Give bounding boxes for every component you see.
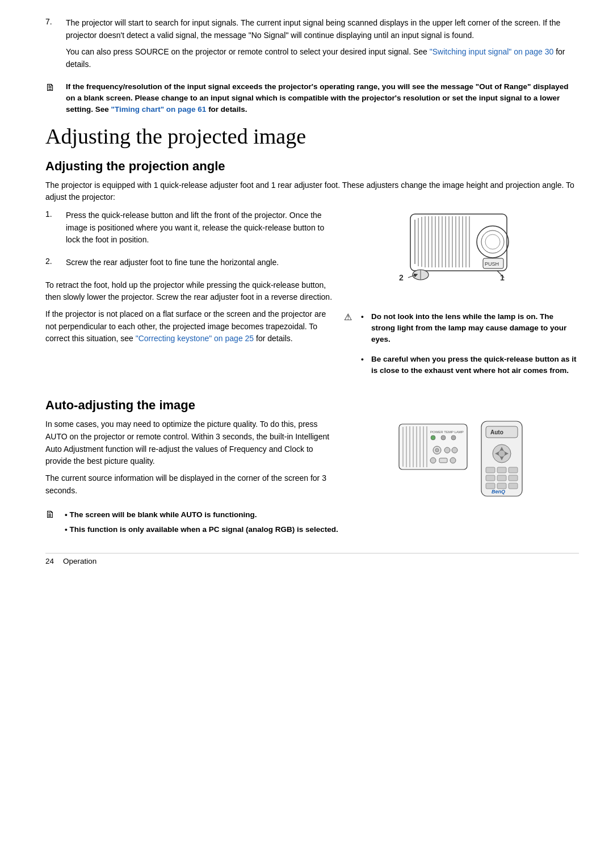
- note-auto-1-text: • The screen will be blank while AUTO is…: [65, 509, 257, 521]
- keystone-link[interactable]: "Correcting keystone" on page 25: [136, 334, 254, 343]
- warning-triangle-icon-1: ⚠: [344, 312, 356, 322]
- frequency-note-text: If the frequency/resolution of the input…: [66, 81, 579, 116]
- step-1-text: Press the quick-release button and lift …: [66, 209, 333, 246]
- svg-text:BenQ: BenQ: [492, 489, 505, 494]
- frequency-note-box: 🗎 If the frequency/resolution of the inp…: [45, 81, 579, 116]
- switching-input-link[interactable]: "Switching input signal" on page 30: [430, 47, 554, 56]
- step-1: 1. Press the quick-release button and li…: [45, 209, 333, 251]
- footer: 24 Operation: [45, 553, 579, 565]
- svg-rect-60: [509, 467, 518, 473]
- warning-1-bullet: • Do not look into the lens while the la…: [361, 311, 579, 346]
- section1-two-col: 1. Press the quick-release button and li…: [45, 209, 579, 384]
- svg-point-41: [451, 435, 456, 440]
- timing-chart-link[interactable]: "Timing chart" on page 61: [111, 105, 207, 114]
- warning-2-bullet: • Be careful when you press the quick-re…: [361, 354, 579, 377]
- note-auto-2-text: • This function is only available when a…: [65, 524, 338, 535]
- svg-point-48: [450, 458, 456, 463]
- note-auto-2: • This function is only available when a…: [45, 524, 579, 535]
- step-2-text: Screw the rear adjuster foot to fine tun…: [66, 257, 279, 269]
- section1-heading: Adjusting the projection angle: [45, 159, 579, 174]
- footer-label: Operation: [63, 557, 96, 565]
- section1-col-right: PUSH 2 1 ⚠: [344, 209, 579, 384]
- svg-point-57: [498, 450, 505, 457]
- svg-text:Auto: Auto: [490, 429, 503, 435]
- svg-text:2: 2: [399, 273, 404, 282]
- svg-point-3: [485, 234, 500, 249]
- section2-col-left: In some cases, you may need to optimize …: [45, 418, 333, 504]
- keystone-text: If the projector is not placed on a flat…: [45, 308, 333, 345]
- svg-rect-65: [497, 483, 506, 489]
- note-icon-auto-1: 🗎: [45, 509, 60, 521]
- svg-text:PUSH: PUSH: [485, 261, 499, 267]
- top-section: 7. The projector will start to search fo…: [45, 17, 579, 116]
- section-projection-angle: Adjusting the projection angle The proje…: [45, 159, 579, 385]
- section2-heading: Auto-adjusting the image: [45, 398, 579, 413]
- svg-rect-59: [497, 467, 506, 473]
- retract-text: To retract the foot, hold up the project…: [45, 279, 333, 304]
- section1-intro: The projector is equipped with 1 quick-r…: [45, 179, 579, 204]
- step-1-num: 1.: [45, 209, 59, 251]
- svg-point-44: [444, 447, 450, 453]
- svg-rect-64: [486, 483, 495, 489]
- section1-col-left: 1. Press the quick-release button and li…: [45, 209, 333, 384]
- svg-rect-58: [486, 467, 495, 473]
- auto-notes: 🗎 • The screen will be blank while AUTO …: [45, 509, 579, 536]
- item-7-content: The projector will start to search for i…: [66, 17, 579, 76]
- section2-two-col: In some cases, you may need to optimize …: [45, 418, 579, 504]
- svg-point-46: [430, 458, 436, 463]
- auto-adjust-diagram: POWER TEMP LAMP Auto: [396, 418, 527, 504]
- svg-rect-62: [497, 475, 506, 481]
- warning-1-text: • Do not look into the lens while the la…: [361, 311, 579, 347]
- step-2-num: 2.: [45, 257, 59, 274]
- chapter-title: Adjusting the projected image: [45, 124, 579, 149]
- svg-point-2: [481, 230, 504, 253]
- svg-text:POWER  TEMP  LAMP: POWER TEMP LAMP: [430, 430, 464, 434]
- page-number: 24: [45, 557, 54, 565]
- section2-col-right: POWER TEMP LAMP Auto: [344, 418, 579, 504]
- svg-point-45: [452, 447, 457, 453]
- warnings-box: ⚠ • Do not look into the lens while the …: [344, 311, 579, 384]
- projector-angle-diagram: PUSH 2 1: [393, 209, 530, 303]
- item-7-extra: You can also press SOURCE on the project…: [66, 46, 579, 70]
- section2-para2: The current source information will be d…: [45, 472, 333, 497]
- item-7-text: The projector will start to search for i…: [66, 17, 579, 41]
- warning-1: ⚠ • Do not look into the lens while the …: [344, 311, 579, 347]
- note-auto-1: 🗎 • The screen will be blank while AUTO …: [45, 509, 579, 521]
- section2-para1: In some cases, you may need to optimize …: [45, 418, 333, 468]
- svg-point-40: [441, 435, 446, 440]
- svg-rect-61: [486, 475, 495, 481]
- warning-2: • Be careful when you press the quick-re…: [344, 354, 579, 378]
- section-auto-adjusting: Auto-adjusting the image In some cases, …: [45, 398, 579, 536]
- svg-rect-66: [509, 483, 518, 489]
- step-2: 2. Screw the rear adjuster foot to fine …: [45, 257, 333, 274]
- item-7: 7. The projector will start to search fo…: [45, 17, 579, 76]
- note-icon: 🗎: [45, 82, 61, 94]
- svg-point-43: [435, 448, 439, 452]
- warning-2-text: • Be careful when you press the quick-re…: [361, 354, 579, 378]
- svg-rect-63: [509, 475, 518, 481]
- item-7-number: 7.: [45, 17, 59, 76]
- svg-point-39: [431, 435, 435, 440]
- svg-rect-47: [439, 458, 447, 463]
